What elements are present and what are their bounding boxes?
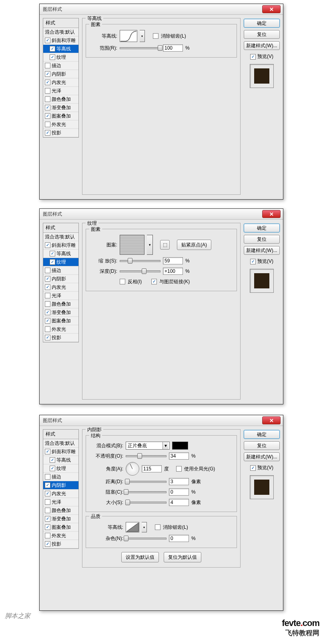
checkbox-icon[interactable] — [45, 508, 50, 513]
style-outer-glow[interactable]: 外发光 — [43, 532, 78, 540]
style-drop-shadow[interactable]: 投影 — [43, 540, 78, 548]
checkbox-icon[interactable] — [45, 276, 50, 282]
checkbox-icon[interactable] — [45, 516, 50, 522]
shadow-color-swatch[interactable] — [172, 442, 188, 450]
style-stroke[interactable]: 描边 — [43, 62, 78, 70]
checkbox-icon[interactable] — [45, 318, 50, 324]
checkbox-icon[interactable] — [45, 242, 50, 248]
style-bevel[interactable]: 斜面和浮雕 — [43, 448, 78, 456]
checkbox-icon[interactable] — [45, 499, 50, 505]
range-slider[interactable] — [120, 47, 160, 49]
style-pattern-overlay[interactable]: 图案叠加 — [43, 523, 78, 532]
close-icon[interactable]: ✕ — [262, 210, 281, 218]
blend-options[interactable]: 混合选项:默认 — [43, 439, 78, 448]
checkbox-icon[interactable] — [45, 88, 50, 94]
contour-picker[interactable] — [126, 522, 139, 532]
distance-input[interactable] — [169, 478, 189, 485]
style-inner-shadow[interactable]: 内阴影 — [43, 275, 78, 283]
depth-slider[interactable] — [120, 270, 160, 272]
reset-button[interactable]: 复位 — [244, 235, 280, 244]
checkbox-icon[interactable] — [45, 96, 50, 102]
ok-button[interactable]: 确定 — [244, 224, 280, 232]
style-contour[interactable]: 等高线 — [43, 456, 78, 464]
checkbox-icon[interactable] — [45, 482, 50, 488]
checkbox-icon[interactable] — [45, 268, 50, 273]
opacity-slider[interactable] — [126, 455, 167, 457]
style-outer-glow[interactable]: 外发光 — [43, 120, 78, 129]
size-slider[interactable] — [126, 502, 167, 504]
style-satin[interactable]: 光泽 — [43, 498, 78, 506]
checkbox-icon[interactable] — [50, 46, 55, 52]
ok-button[interactable]: 确定 — [244, 430, 280, 439]
style-pattern-overlay[interactable]: 图案叠加 — [43, 317, 78, 325]
checkbox-icon[interactable] — [45, 80, 50, 85]
new-preset-icon[interactable]: ⬚ — [160, 240, 170, 250]
style-satin[interactable]: 光泽 — [43, 292, 78, 300]
choke-slider[interactable] — [126, 491, 167, 493]
checkbox-icon[interactable] — [45, 524, 50, 530]
checkbox-icon[interactable] — [45, 38, 50, 43]
blend-options[interactable]: 混合选项:默认 — [43, 28, 78, 36]
checkbox-icon[interactable] — [50, 457, 55, 463]
style-texture[interactable]: 纹理 — [43, 464, 78, 473]
new-style-button[interactable]: 新建样式(W)... — [244, 41, 280, 50]
style-color-overlay[interactable]: 颜色叠加 — [43, 506, 78, 515]
ok-button[interactable]: 确定 — [244, 19, 280, 28]
style-texture[interactable]: 纹理 — [43, 258, 78, 266]
checkbox-icon[interactable] — [50, 259, 55, 265]
depth-input[interactable] — [163, 268, 183, 275]
snap-origin-button[interactable]: 贴紧原点(A) — [177, 240, 211, 250]
close-icon[interactable]: ✕ — [262, 416, 281, 424]
checkbox-icon[interactable] — [45, 335, 50, 340]
contour-picker[interactable] — [120, 30, 137, 42]
style-gradient-overlay[interactable]: 渐变叠加 — [43, 515, 78, 523]
checkbox-icon[interactable] — [45, 533, 50, 538]
style-stroke[interactable]: 描边 — [43, 473, 78, 481]
titlebar[interactable]: 图层样式 ✕ — [40, 415, 283, 426]
titlebar[interactable]: 图层样式 ✕ — [40, 4, 283, 15]
style-inner-shadow[interactable]: 内阴影 — [43, 481, 78, 490]
checkbox-icon[interactable] — [45, 71, 50, 77]
style-bevel[interactable]: 斜面和浮雕 — [43, 36, 78, 45]
checkbox-icon[interactable] — [50, 251, 55, 256]
checkbox-icon[interactable] — [45, 122, 50, 127]
style-bevel[interactable]: 斜面和浮雕 — [43, 241, 78, 250]
checkbox-icon[interactable] — [45, 105, 50, 110]
preview-checkbox[interactable] — [250, 259, 256, 264]
style-drop-shadow[interactable]: 投影 — [43, 334, 78, 342]
pattern-picker[interactable] — [120, 235, 144, 255]
blend-mode-select[interactable]: 正片叠底 — [126, 442, 170, 450]
style-gradient-overlay[interactable]: 渐变叠加 — [43, 308, 78, 317]
new-style-button[interactable]: 新建样式(W)... — [244, 246, 280, 255]
checkbox-icon[interactable] — [45, 284, 50, 290]
close-icon[interactable]: ✕ — [262, 5, 281, 13]
scale-input[interactable] — [163, 257, 183, 264]
angle-input[interactable] — [142, 465, 162, 472]
preview-checkbox[interactable] — [250, 465, 256, 471]
style-outer-glow[interactable]: 外发光 — [43, 325, 78, 334]
range-input[interactable] — [163, 44, 183, 52]
preview-checkbox[interactable] — [250, 54, 256, 60]
checkbox-icon[interactable] — [45, 293, 50, 298]
style-stroke[interactable]: 描边 — [43, 266, 78, 275]
style-color-overlay[interactable]: 颜色叠加 — [43, 300, 78, 308]
chevron-down-icon[interactable]: ▾ — [140, 30, 145, 42]
noise-slider[interactable] — [126, 538, 167, 540]
style-texture[interactable]: 纹理 — [43, 53, 78, 62]
checkbox-icon[interactable] — [45, 491, 50, 496]
chevron-down-icon[interactable]: ▾ — [147, 235, 153, 255]
checkbox-icon[interactable] — [45, 113, 50, 119]
set-default-button[interactable]: 设置为默认值 — [121, 552, 159, 562]
invert-checkbox[interactable] — [120, 279, 125, 284]
checkbox-icon[interactable] — [45, 326, 50, 332]
reset-default-button[interactable]: 复位为默认值 — [164, 552, 201, 562]
chevron-down-icon[interactable]: ▾ — [142, 522, 147, 532]
opacity-input[interactable] — [169, 452, 189, 460]
distance-slider[interactable] — [126, 481, 167, 483]
checkbox-icon[interactable] — [45, 310, 50, 315]
titlebar[interactable]: 图层样式 ✕ — [40, 209, 283, 220]
style-inner-glow[interactable]: 内发光 — [43, 283, 78, 292]
reset-button[interactable]: 复位 — [244, 441, 280, 450]
choke-input[interactable] — [169, 488, 189, 496]
checkbox-icon[interactable] — [45, 130, 50, 136]
